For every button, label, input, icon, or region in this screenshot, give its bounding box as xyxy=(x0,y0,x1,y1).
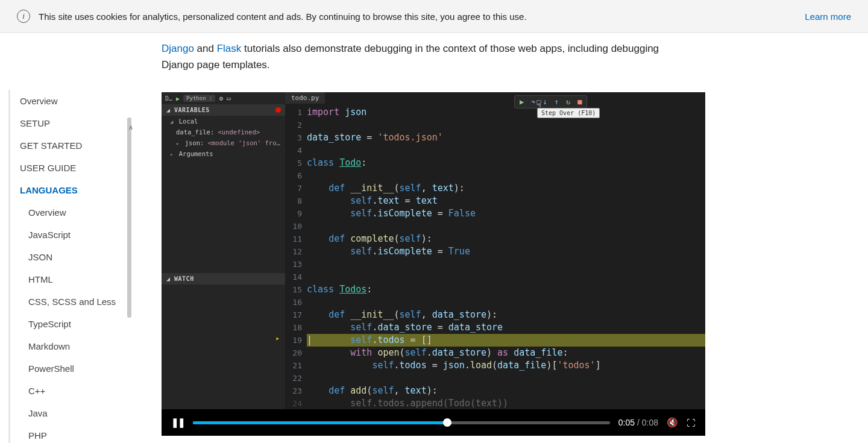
current-line-icon: ➤ xyxy=(275,335,280,343)
debug-label: D… xyxy=(165,95,172,102)
nav-lang-markdown[interactable]: Markdown xyxy=(28,335,131,357)
continue-icon[interactable]: ▶ xyxy=(520,98,524,106)
vscode-screenshot: D… ▶ Python : ⚙ ▭ ◢ VARIABLES ◢ Local da… xyxy=(162,92,705,409)
nav-lang-php[interactable]: PHP xyxy=(28,424,131,443)
watch-header: ◢ WATCH xyxy=(162,273,285,284)
pause-button[interactable]: ❚❚ xyxy=(171,417,184,428)
nav-lang-powershell[interactable]: PowerShell xyxy=(28,357,131,380)
video-time: 0:05 / 0:08 xyxy=(618,418,658,427)
restart-icon[interactable]: ↻ xyxy=(566,98,570,106)
video-player[interactable]: D… ▶ Python : ⚙ ▭ ◢ VARIABLES ◢ Local da… xyxy=(162,92,705,436)
play-icon: ▶ xyxy=(176,95,180,102)
learn-more-link[interactable]: Learn more xyxy=(805,11,851,22)
nav-lang-css[interactable]: CSS, SCSS and Less xyxy=(28,291,131,313)
gear-icon: ⚙ xyxy=(219,95,223,102)
nav-lang-typescript[interactable]: TypeScript xyxy=(28,313,131,335)
nav-lang-cpp[interactable]: C++ xyxy=(28,380,131,402)
stop-icon[interactable]: ■ xyxy=(577,98,582,106)
debug-tooltip: Step Over (F10) xyxy=(537,108,600,118)
editor-tab: todo.py xyxy=(285,92,325,104)
variables-header: ◢ VARIABLES xyxy=(162,104,285,116)
nav-lang-javascript[interactable]: JavaScript xyxy=(28,224,131,246)
step-over-icon[interactable]: ↷ xyxy=(531,98,535,106)
step-into-icon[interactable]: ↓ xyxy=(542,98,547,106)
scroll-up-icon[interactable]: ∧ xyxy=(128,124,133,131)
step-out-icon[interactable]: ↑ xyxy=(555,98,559,106)
nav-lang-java[interactable]: Java xyxy=(28,402,131,424)
intro-paragraph: Django and Flask tutorials also demonstr… xyxy=(162,40,692,73)
sidebar: ∧ Overview SETUP GET STARTED USER GUIDE … xyxy=(0,33,137,443)
var-json: ▸ json: <module 'json' fro… xyxy=(162,137,285,148)
console-icon: ▭ xyxy=(227,95,231,102)
cursor-icon: ☟ xyxy=(536,98,542,110)
code-body: import json data_store = 'todos.json' cl… xyxy=(307,104,705,410)
nav-user-guide[interactable]: USER GUIDE xyxy=(20,157,131,179)
nav-get-started[interactable]: GET STARTED xyxy=(20,134,131,157)
nav-lang-json[interactable]: JSON xyxy=(28,246,131,268)
progress-knob[interactable] xyxy=(443,418,451,427)
nav-overview[interactable]: Overview xyxy=(20,90,131,112)
local-scope: ◢ Local xyxy=(162,116,285,127)
nav-lang-html[interactable]: HTML xyxy=(28,268,131,291)
config-chip: Python : xyxy=(183,95,215,102)
line-gutter: ➤ 12345678910111213141516171819202122232… xyxy=(285,104,307,410)
progress-bar[interactable] xyxy=(193,421,610,424)
cookie-text: This site uses cookies for analytics, pe… xyxy=(39,11,527,22)
django-link[interactable]: Django xyxy=(162,43,194,54)
editor: todo.py ▶ ↷ ↓ ↑ ↻ ■ Step Over (F10) ☟ xyxy=(285,92,705,409)
nav-setup[interactable]: SETUP xyxy=(20,112,131,134)
video-controls: ❚❚ 0:05 / 0:08 🔇 ⛶ xyxy=(162,409,705,436)
nav-languages[interactable]: LANGUAGES xyxy=(20,179,131,201)
cookie-banner: i This site uses cookies for analytics, … xyxy=(0,0,868,33)
var-data-file: data_file: <undefined> xyxy=(162,127,285,137)
nav-lang-overview[interactable]: Overview xyxy=(28,201,131,224)
main-content: Django and Flask tutorials also demonstr… xyxy=(137,33,716,443)
mute-icon[interactable]: 🔇 xyxy=(667,417,678,428)
debug-sidebar: D… ▶ Python : ⚙ ▭ ◢ VARIABLES ◢ Local da… xyxy=(162,92,285,409)
info-icon: i xyxy=(17,10,30,23)
arguments-scope: ▸ Arguments xyxy=(162,148,285,159)
fullscreen-icon[interactable]: ⛶ xyxy=(687,418,696,428)
debug-toolbar: ▶ ↷ ↓ ↑ ↻ ■ xyxy=(514,95,587,108)
flask-link[interactable]: Flask xyxy=(217,43,242,54)
